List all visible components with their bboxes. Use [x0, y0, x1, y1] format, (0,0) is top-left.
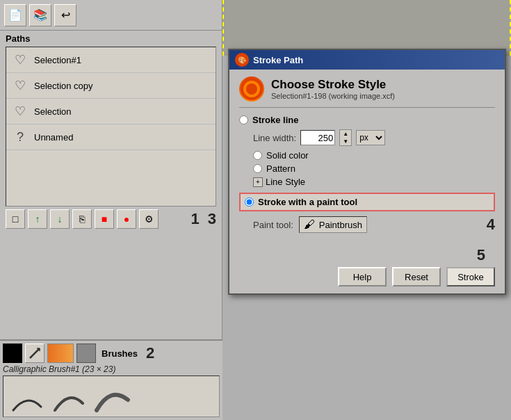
- reset-button[interactable]: Reset: [392, 267, 441, 286]
- stroke-line-label[interactable]: Stroke line: [252, 115, 298, 125]
- pattern-row[interactable]: Pattern: [253, 163, 495, 174]
- paths-label: Paths: [0, 31, 222, 47]
- paths-toolbar: □ ↑ ↓ ⎘ ■ ● ⚙ 1 3: [0, 207, 222, 232]
- path-icon-selection: ♡: [12, 103, 29, 120]
- dialog-footer: 5 Help Reset Stroke: [229, 246, 505, 293]
- svg-point-5: [246, 83, 257, 95]
- stroke-path-dialog: 🎨 Stroke Path Choose Stroke Style Select…: [228, 49, 506, 295]
- line-width-input[interactable]: [300, 130, 335, 145]
- svg-line-0: [30, 348, 40, 358]
- number-3-label: 3: [208, 210, 216, 228]
- brush-diagonal-tool[interactable]: [25, 344, 44, 363]
- number-1-label: 1: [191, 210, 200, 228]
- solid-color-radio-row: Solid color Pattern: [253, 150, 495, 174]
- path-icon-selectioncopy: ♡: [12, 77, 29, 94]
- dialog-main-title: Choose Stroke Style: [271, 78, 395, 92]
- brushes-label: Brushes: [102, 348, 138, 359]
- dialog-body: Choose Stroke Style Selection#1-198 (wor…: [229, 70, 505, 246]
- paths-btn-down[interactable]: ↓: [50, 209, 70, 229]
- paths-btn-duplicate[interactable]: ⎘: [72, 209, 92, 229]
- solid-color-label[interactable]: Solid color: [266, 150, 309, 161]
- gray-swatch[interactable]: [76, 344, 96, 363]
- brush-info: Calligraphic Brush#1 (23 × 23): [3, 364, 220, 374]
- top-toolbar: 📄 📚 ↩: [0, 0, 222, 31]
- line-width-spinner: ▲ ▼: [339, 129, 352, 146]
- number-2-label: 2: [146, 344, 154, 362]
- line-style-label: Line Style: [266, 177, 305, 187]
- brushes-section: Brushes 2 Calligraphic Brush#1 (23 × 23): [0, 339, 222, 420]
- path-name-unnamed: Unnamed: [34, 132, 73, 143]
- stroke-paint-row: Stroke with a paint tool: [239, 193, 495, 211]
- dialog-title-icon: 🎨: [235, 53, 249, 67]
- paths-btn-settings[interactable]: ⚙: [139, 209, 159, 229]
- brush-preview: [3, 375, 220, 417]
- path-name-selectioncopy: Selection copy: [34, 81, 93, 91]
- paths-btn-dot[interactable]: ●: [117, 209, 136, 229]
- paths-list: ♡ Selection#1 ♡ Selection copy ♡ Selecti…: [6, 47, 216, 207]
- spinner-up[interactable]: ▲: [340, 130, 351, 138]
- pattern-radio[interactable]: [253, 164, 262, 173]
- dialog-titlebar: 🎨 Stroke Path: [229, 50, 505, 70]
- toolbar-btn-doc[interactable]: 📄: [4, 4, 26, 26]
- toolbar-btn-undo[interactable]: ↩: [54, 4, 76, 26]
- line-width-row: Line width: ▲ ▼ px mm in: [253, 129, 495, 146]
- help-button[interactable]: Help: [338, 267, 387, 286]
- unit-select[interactable]: px mm in: [356, 130, 385, 145]
- number-4-label: 4: [487, 216, 495, 234]
- path-item-unnamed[interactable]: ? Unnamed: [6, 124, 216, 150]
- stroke-paint-radio[interactable]: [245, 197, 254, 207]
- paint-tool-dropdown[interactable]: 🖌 Paintbrush: [299, 216, 367, 233]
- path-item-selection[interactable]: ♡ Selection: [6, 99, 216, 124]
- stroke-line-radio[interactable]: [239, 115, 248, 124]
- path-icon-selection1: ♡: [12, 51, 29, 68]
- paint-tool-label: Paint tool:: [253, 220, 293, 230]
- path-name-selection1: Selection#1: [34, 55, 81, 65]
- orange-gradient-swatch[interactable]: [47, 344, 74, 363]
- path-name-selection: Selection: [34, 106, 71, 117]
- paths-btn-up[interactable]: ↑: [28, 209, 47, 229]
- dialog-title: Stroke Path: [253, 55, 303, 65]
- paint-tool-name: Paintbrush: [319, 220, 362, 230]
- path-item-selectioncopy[interactable]: ♡ Selection copy: [6, 73, 216, 99]
- stroke-line-radio-row[interactable]: Stroke line: [239, 115, 495, 125]
- paintbrush-icon: 🖌: [304, 218, 315, 231]
- toolbar-btn-layers[interactable]: 📚: [29, 4, 51, 26]
- solid-color-row[interactable]: Solid color: [253, 150, 495, 161]
- line-width-label: Line width:: [253, 133, 296, 143]
- path-item-selection1[interactable]: ♡ Selection#1: [6, 47, 216, 73]
- spinner-down[interactable]: ▼: [340, 138, 351, 145]
- dialog-subtitle: Selection#1-198 (working image.xcf): [271, 92, 395, 100]
- paths-btn-delete[interactable]: ■: [95, 209, 114, 229]
- paint-tool-row: Paint tool: 🖌 Paintbrush 4: [253, 216, 495, 234]
- expand-icon: +: [253, 177, 263, 187]
- brush-stroke-preview: [6, 379, 145, 414]
- foreground-color-swatch[interactable]: [3, 344, 22, 363]
- dialog-header-text: Choose Stroke Style Selection#1-198 (wor…: [271, 78, 395, 100]
- solid-color-radio[interactable]: [253, 151, 262, 160]
- stroke-button[interactable]: Stroke: [446, 267, 495, 286]
- line-style-row[interactable]: + Line Style: [253, 177, 495, 187]
- brushes-toolbar: Brushes 2: [3, 344, 220, 363]
- dialog-header-row: Choose Stroke Style Selection#1-198 (wor…: [239, 76, 495, 108]
- number-5-label: 5: [477, 246, 485, 264]
- stroke-paint-label[interactable]: Stroke with a paint tool: [258, 197, 357, 207]
- footer-numbers: 5: [239, 246, 495, 264]
- canvas-area: [222, 0, 511, 56]
- dialog-header-icon: [239, 76, 264, 102]
- pattern-label[interactable]: Pattern: [266, 163, 295, 174]
- paths-btn-new[interactable]: □: [6, 209, 25, 229]
- footer-buttons: Help Reset Stroke: [239, 267, 495, 286]
- left-panel: 📄 📚 ↩ Paths ♡ Selection#1 ♡ Selection co…: [0, 0, 222, 420]
- path-icon-unnamed: ?: [12, 129, 29, 145]
